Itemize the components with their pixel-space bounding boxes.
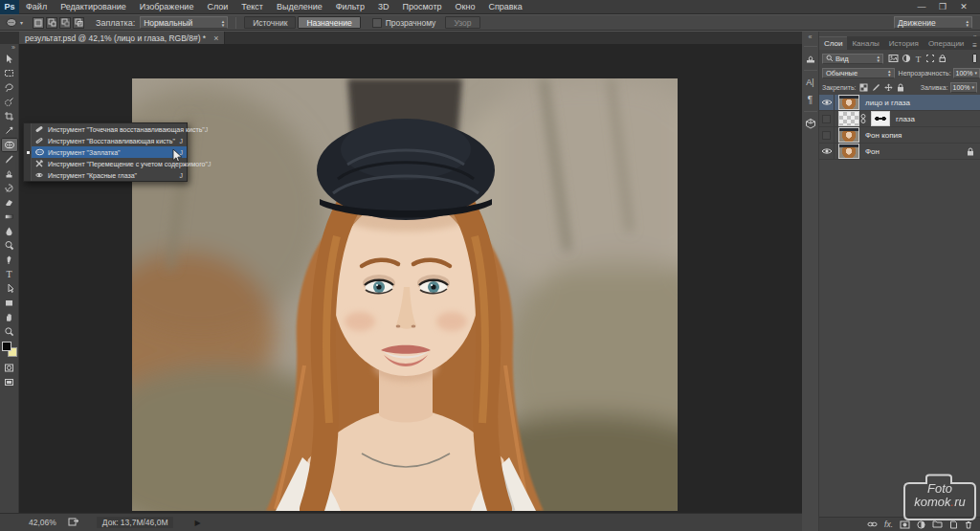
link-layers-icon[interactable]: [867, 520, 878, 528]
tool-preset-picker[interactable]: ▾: [5, 16, 23, 29]
menu-help[interactable]: Справка: [481, 0, 528, 14]
toolbar-collapse-icon[interactable]: »: [11, 45, 15, 51]
lock-all-icon[interactable]: [897, 83, 904, 92]
lock-pixels-icon[interactable]: [872, 83, 880, 92]
patch-tool[interactable]: [1, 138, 18, 152]
layer-thumbnail[interactable]: [838, 127, 859, 143]
foreground-color-swatch[interactable]: [2, 342, 11, 351]
menu-type[interactable]: Текст: [234, 0, 270, 14]
blend-mode-select[interactable]: Обычные ▴▾: [822, 68, 895, 78]
tab-history[interactable]: История: [884, 37, 924, 50]
screen-mode-button[interactable]: [1, 375, 18, 389]
dock-expand-icon[interactable]: «: [809, 33, 813, 40]
layer-row-eyes[interactable]: глаза: [819, 111, 980, 127]
document-size-info[interactable]: Док: 13,7M/46,0M: [97, 517, 174, 528]
layer-style-fx-icon[interactable]: fx.: [884, 520, 893, 529]
type-tool[interactable]: T: [1, 267, 18, 281]
flyout-item-patch[interactable]: Инструмент "Заплатка" J: [24, 146, 187, 158]
flyout-item-content-aware-move[interactable]: Инструмент "Перемещение с учетом содержи…: [24, 158, 187, 169]
3d-panel-icon[interactable]: [802, 115, 819, 132]
flyout-item-healing-brush[interactable]: Инструмент "Восстанавливающая кисть" J: [24, 135, 187, 146]
tab-layers[interactable]: Слои: [819, 36, 847, 50]
new-selection-icon[interactable]: [33, 17, 44, 29]
subtract-selection-icon[interactable]: [59, 17, 71, 29]
zoom-level[interactable]: 42,06%: [29, 518, 56, 527]
document-tab[interactable]: результат.psd @ 42,1% (лицо и глаза, RGB…: [19, 32, 225, 44]
tab-close-icon[interactable]: ×: [213, 33, 218, 43]
history-brush-tool[interactable]: [1, 181, 18, 195]
clone-stamp-tool[interactable]: [1, 166, 18, 181]
visibility-toggle[interactable]: [819, 144, 835, 160]
filter-type-layers-icon[interactable]: T: [914, 54, 923, 63]
menu-filter[interactable]: Фильтр: [329, 0, 371, 14]
destination-button[interactable]: Назначение: [298, 16, 360, 29]
quick-selection-tool[interactable]: [1, 95, 18, 109]
flyout-item-red-eye[interactable]: Инструмент "Красные глаза" J: [24, 169, 187, 181]
filter-smart-objects-icon[interactable]: [938, 54, 947, 63]
intersect-selection-icon[interactable]: [73, 17, 84, 29]
menu-edit[interactable]: Редактирование: [54, 0, 133, 14]
layer-thumbnail[interactable]: [838, 95, 859, 110]
layer-mask-thumbnail[interactable]: [871, 111, 890, 126]
filter-pixel-layers-icon[interactable]: [888, 54, 899, 63]
zoom-tool[interactable]: [1, 324, 18, 339]
path-selection-tool[interactable]: [1, 281, 18, 296]
layer-thumbnail[interactable]: [838, 144, 859, 159]
flyout-item-spot-healing[interactable]: Инструмент "Точечная восстанавливающая к…: [24, 123, 187, 135]
tab-actions[interactable]: Операции: [924, 37, 969, 50]
menu-3d[interactable]: 3D: [371, 0, 396, 14]
menu-image[interactable]: Изображение: [133, 0, 201, 14]
dodge-tool[interactable]: [1, 238, 18, 253]
close-button[interactable]: ✕: [953, 0, 974, 14]
clone-source-panel-icon[interactable]: [802, 50, 819, 67]
menu-select[interactable]: Выделение: [270, 0, 329, 14]
crop-tool[interactable]: [1, 109, 18, 123]
menu-view[interactable]: Просмотр: [395, 0, 448, 14]
layer-row-background[interactable]: Фон: [819, 144, 980, 160]
color-swatches[interactable]: [2, 342, 17, 357]
character-panel-icon[interactable]: A|: [802, 74, 819, 91]
panel-menu-icon[interactable]: ≡: [972, 41, 977, 50]
eyedropper-tool[interactable]: [1, 123, 18, 138]
new-group-icon[interactable]: [932, 520, 943, 528]
workspace-select[interactable]: Движение ▴▾: [894, 16, 972, 29]
layer-thumbnail-transparent[interactable]: [838, 111, 859, 126]
pen-tool[interactable]: [1, 253, 18, 267]
layer-row-face-and-eyes[interactable]: лицо и глаза: [819, 95, 980, 111]
lasso-tool[interactable]: [1, 80, 18, 95]
patch-mode-select[interactable]: Нормальный ▴▾: [140, 16, 228, 29]
status-menu-arrow-icon[interactable]: ▶: [194, 519, 200, 527]
layer-row-background-copy[interactable]: Фон копия: [819, 127, 980, 144]
eraser-tool[interactable]: [1, 195, 18, 210]
add-selection-icon[interactable]: [46, 17, 57, 29]
fill-value[interactable]: 100% ▾: [950, 82, 977, 93]
minimize-button[interactable]: —: [911, 0, 932, 14]
lock-transparency-icon[interactable]: [859, 83, 868, 92]
pattern-button[interactable]: Узор: [445, 16, 479, 29]
visibility-toggle[interactable]: [819, 127, 835, 144]
filter-kind-select[interactable]: Вид ▴▾: [822, 54, 883, 64]
brush-tool[interactable]: [1, 152, 18, 166]
hand-tool[interactable]: [1, 310, 18, 324]
quick-mask-button[interactable]: [1, 361, 18, 375]
restore-button[interactable]: ❐: [932, 0, 953, 14]
tab-channels[interactable]: Каналы: [847, 37, 883, 50]
menu-layers[interactable]: Слои: [200, 0, 234, 14]
blur-tool[interactable]: [1, 224, 18, 238]
menu-window[interactable]: Окно: [449, 0, 482, 14]
source-button[interactable]: Источник: [244, 16, 296, 29]
filter-shape-layers-icon[interactable]: [925, 54, 935, 63]
layer-filter-toggle[interactable]: [972, 54, 977, 63]
filter-adjustment-layers-icon[interactable]: [902, 54, 911, 63]
visibility-toggle[interactable]: [819, 95, 835, 111]
paragraph-panel-icon[interactable]: ¶: [802, 91, 819, 108]
transparent-checkbox[interactable]: [372, 18, 382, 28]
move-tool[interactable]: [1, 52, 18, 66]
opacity-value[interactable]: 100% ▾: [953, 68, 980, 78]
rectangle-shape-tool[interactable]: [1, 296, 18, 310]
menu-file[interactable]: Файл: [19, 0, 54, 14]
visibility-toggle[interactable]: [819, 111, 835, 127]
lock-position-icon[interactable]: [884, 83, 893, 92]
gradient-tool[interactable]: [1, 210, 18, 224]
rectangular-marquee-tool[interactable]: [1, 66, 18, 80]
